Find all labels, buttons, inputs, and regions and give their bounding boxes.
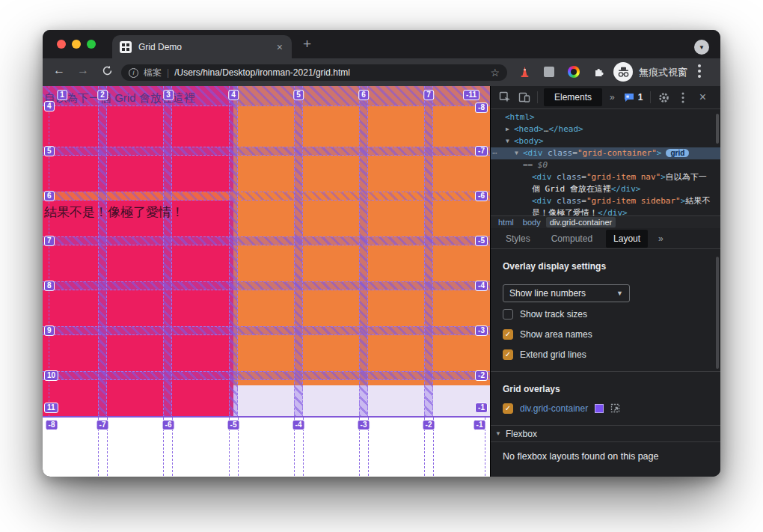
layout-pane-scrollbar[interactable]: [716, 257, 719, 369]
dom-tree-node[interactable]: <html>: [491, 111, 720, 123]
grid-line-number-badge: 6: [44, 191, 55, 201]
reload-button[interactable]: [99, 65, 115, 79]
extension-color-icon[interactable]: [568, 66, 580, 78]
breadcrumb-grid-container[interactable]: div.grid-container: [546, 217, 616, 227]
lighthouse-extension-icon[interactable]: [519, 66, 530, 81]
devtools-panel: Elements » 1 × <html>▶<head>…</head>▼<bo…: [490, 86, 720, 477]
devtools-menu-icon[interactable]: [673, 88, 693, 106]
grid-line-number-badge: -1: [474, 420, 486, 430]
inspect-element-icon[interactable]: [495, 88, 515, 106]
grid-line-number-badge: -3: [358, 420, 370, 430]
grid-line-number-badge: -8: [475, 103, 488, 113]
grid-overlay-checkbox[interactable]: ✓: [503, 403, 513, 414]
browser-tab[interactable]: Grid Demo ×: [112, 35, 292, 58]
more-panels-chevron[interactable]: »: [605, 92, 619, 103]
grid-item-sidebar-block: [43, 86, 233, 418]
dom-tree-node[interactable]: <div class="grid-item sidebar">結果不: [491, 195, 720, 207]
show-element-icon[interactable]: [610, 403, 621, 414]
dom-tree-node[interactable]: == $0: [491, 159, 720, 171]
grid-line-number-badge: 9: [44, 325, 55, 336]
tab-title: Grid Demo: [138, 42, 275, 52]
grid-line-number-badge: 4: [228, 90, 239, 100]
dom-tree-node[interactable]: ▶<head>…</head>: [491, 123, 720, 135]
grid-line-number-badge: 5: [44, 146, 55, 156]
checkbox[interactable]: [503, 309, 513, 319]
browser-toolbar: ← → i 檔案 | /Users/hina/Desktop/ironman-2…: [43, 58, 720, 86]
expand-arrow-icon[interactable]: ▼: [515, 147, 523, 159]
tab-elements[interactable]: Elements: [544, 88, 602, 106]
dom-tree-node[interactable]: <div class="grid-item nav">自以為下一: [491, 171, 720, 183]
expand-arrow-icon[interactable]: ▼: [506, 135, 514, 147]
grid-line-number-badge: -7: [475, 146, 488, 156]
tab-layout[interactable]: Layout: [606, 230, 648, 248]
grid-gap-band: [294, 86, 303, 418]
grid-line-number-badge: -8: [46, 420, 58, 430]
dom-tree-node[interactable]: 是！像極了愛情！</div>: [491, 207, 720, 215]
overlay-setting-row: Show track sizes: [503, 308, 587, 320]
back-button[interactable]: ←: [51, 64, 67, 77]
device-toolbar-icon[interactable]: [515, 88, 534, 106]
incognito-icon: [613, 62, 633, 82]
tab-strip: Grid Demo × + ▼: [43, 30, 720, 58]
browser-menu-icon[interactable]: [698, 64, 701, 67]
checkbox[interactable]: ✓: [503, 349, 513, 360]
page-info-icon[interactable]: i: [129, 68, 138, 78]
grid-line-number-badge: -5: [475, 236, 488, 246]
grid-item-sidebar-text: 結果不是！像極了愛情！: [44, 204, 184, 221]
address-bar[interactable]: i 檔案 | /Users/hina/Desktop/ironman-2021/…: [121, 64, 507, 81]
overlay-color-swatch[interactable]: [595, 404, 604, 413]
line-numbers-dropdown-value: Show line numbers: [509, 288, 586, 299]
grid-line-number-badge: 5: [293, 90, 304, 100]
grid-overlays-heading: Grid overlays: [503, 384, 560, 394]
grid-gap-band: [43, 326, 490, 335]
dom-tree-node[interactable]: 個 Grid 會放在這裡</div>: [491, 183, 720, 195]
grid-line-number-badge: 4: [44, 101, 55, 111]
grid-gap-band: [424, 86, 433, 418]
page-viewport[interactable]: 自以為下一個 Grid 會放在這裡 結果不是！像極了愛情！ 1234567-11…: [43, 86, 490, 477]
tab-computed[interactable]: Computed: [544, 230, 600, 248]
console-messages-badge[interactable]: 1: [619, 92, 648, 103]
grid-line-number-badge: 2: [97, 90, 108, 100]
minimize-window-button[interactable]: [72, 40, 81, 49]
breadcrumb-body[interactable]: body: [519, 218, 545, 227]
expand-arrow-icon[interactable]: ▶: [506, 123, 514, 135]
grid-gap-band: [229, 86, 238, 418]
flexbox-heading: Flexbox: [506, 429, 537, 439]
grid-line-number-badge: -4: [475, 281, 488, 291]
url-text[interactable]: /Users/hina/Desktop/ironman-2021/grid.ht…: [174, 67, 490, 78]
settings-gear-icon[interactable]: [654, 88, 673, 106]
grid-line-number-badge: 1: [57, 90, 67, 100]
zoom-window-button[interactable]: [87, 40, 96, 49]
grid-line: [49, 86, 49, 417]
tab-styles[interactable]: Styles: [498, 230, 538, 248]
grid-overlay-item: ✓ div.grid-container: [503, 403, 621, 415]
grid-gap-band: [43, 281, 490, 290]
grid-overlay-element-link[interactable]: div.grid-container: [520, 403, 588, 414]
breadcrumb-html[interactable]: html: [494, 218, 518, 227]
new-tab-button[interactable]: +: [303, 37, 311, 51]
tab-favicon-icon: [120, 41, 132, 53]
grid-gap-band: [43, 147, 490, 156]
more-sidebar-tabs-chevron[interactable]: »: [654, 233, 668, 244]
extension-square-icon[interactable]: [544, 67, 554, 77]
bookmark-star-icon[interactable]: ☆: [490, 67, 500, 79]
close-window-button[interactable]: [57, 40, 66, 49]
incognito-label: 無痕式視窗: [639, 66, 687, 79]
dom-tree-node[interactable]: ▼<body>: [491, 135, 720, 147]
checkbox-label: Show area names: [520, 329, 592, 340]
close-devtools-icon[interactable]: ×: [693, 88, 712, 106]
grid-gap-band: [359, 86, 368, 418]
dom-tree: <html>▶<head>…</head>▼<body>⋯▼<div class…: [491, 109, 720, 215]
breadcrumb: html body div.grid-container: [491, 215, 720, 228]
flexbox-section-header[interactable]: ▼ Flexbox: [491, 426, 720, 442]
tab-search-button[interactable]: ▼: [694, 40, 709, 55]
sidebar-tabs: Styles Computed Layout »: [491, 228, 720, 249]
checkbox[interactable]: ✓: [503, 329, 513, 340]
extensions-puzzle-icon[interactable]: [593, 66, 605, 81]
dom-tree-node[interactable]: ⋯▼<div class="grid-container">grid: [491, 147, 720, 159]
grid-line-number-badge: -11: [463, 90, 479, 100]
node-menu-dots[interactable]: ⋯: [492, 147, 498, 159]
tab-close-icon[interactable]: ×: [275, 41, 284, 53]
line-numbers-dropdown[interactable]: Show line numbers ▼: [503, 284, 630, 302]
forward-button[interactable]: →: [75, 64, 91, 77]
